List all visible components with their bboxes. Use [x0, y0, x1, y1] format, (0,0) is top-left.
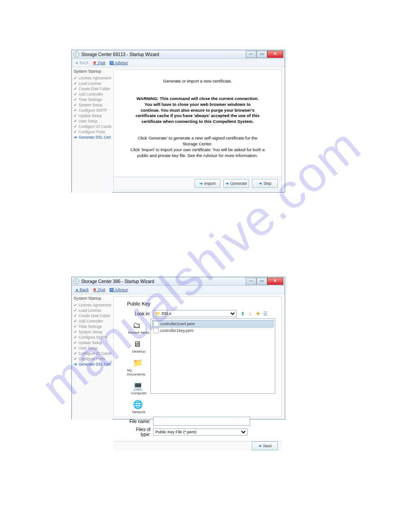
sidebar: System Startup ✔License Agreement✔Load L… [72, 294, 112, 420]
minimize-button[interactable]: — [246, 278, 256, 285]
close-button[interactable]: ✕ [267, 278, 283, 285]
maximize-button[interactable]: ▭ [256, 51, 267, 58]
close-button[interactable]: ✕ [267, 51, 283, 58]
check-icon: ✔ [74, 92, 77, 96]
sidebar-step: ✔Configure IO Cards [74, 351, 112, 356]
sidebar-step: ✔License Agreement [74, 302, 112, 308]
step-label: License Agreement [79, 76, 111, 80]
check-icon: ✔ [74, 130, 77, 134]
step-label: Add Controller [79, 319, 103, 323]
generate-button[interactable]: ➜Generate [223, 179, 249, 188]
titlebar[interactable]: C Storage Center 69113 - Startup Wizard … [72, 50, 285, 59]
sidebar-step: ✔Create Disk Folder [74, 313, 112, 318]
lookin-select[interactable]: 📁 SSLs [153, 310, 237, 317]
sidebar-header: System Startup [74, 69, 112, 74]
back-button[interactable]: ◄ Back [75, 288, 88, 292]
minimize-button[interactable]: — [246, 51, 256, 58]
check-icon: ✔ [74, 335, 77, 340]
list-view-icon[interactable]: ☰ [262, 310, 269, 317]
up-folder-icon[interactable]: ⬆ [239, 310, 246, 317]
button-bar: ➜Import ➜Generate ➜Skip [114, 177, 282, 190]
check-icon: ✔ [74, 97, 77, 102]
sidebar-step: ✔Update Setup [74, 113, 112, 118]
lookin-label: Look in: [127, 311, 153, 316]
file-item[interactable]: controller1cert.pem [152, 320, 273, 327]
step-label: Time Settings [79, 324, 102, 329]
content-heading: Generate or import a new certificate. [163, 78, 232, 83]
step-label: Generate SSL Cert [79, 135, 111, 140]
next-button[interactable]: ➜Next [252, 441, 278, 450]
place-label: Computer [131, 391, 146, 395]
places-item[interactable]: 🌐Network [132, 400, 145, 414]
filetype-select[interactable]: Public Key File (*.pem) [153, 428, 247, 436]
step-label: Update Setup [79, 340, 102, 345]
check-icon: ✔ [74, 324, 77, 329]
filename-input[interactable] [153, 417, 250, 426]
advisor-link[interactable]: ? Advisor [110, 61, 128, 65]
quit-link[interactable]: ✖ Quit [93, 61, 105, 65]
sidebar-step: ✔Update Setup [74, 340, 112, 345]
place-label: Desktop [132, 349, 145, 353]
places-bar: 🗂Recent Items🖥Desktop📁My Documents💻Compu… [127, 318, 150, 414]
toolbar: ◄ Back ✖ Quit ? Advisor [72, 59, 285, 67]
panel-title: Public Key [127, 301, 275, 306]
step-label: Time Settings [79, 97, 102, 102]
sidebar-step: ✔Add Controller [74, 92, 112, 97]
toolbar: ◄ Back ✖ Quit ? Advisor [72, 286, 285, 294]
skip-button[interactable]: ➜Skip [252, 179, 278, 188]
main-panel: Generate or import a new certificate. WA… [113, 69, 282, 190]
file-list[interactable]: controller1cert.pemcontroller1key.pem [150, 318, 275, 394]
import-button[interactable]: ➜Import [194, 179, 220, 188]
check-icon: ✔ [74, 346, 77, 350]
filename-label: File name: [127, 419, 153, 424]
sidebar-step: ✔Configure Ports [74, 356, 112, 362]
places-item[interactable]: 🗂Recent Items [128, 320, 149, 335]
place-icon: 💻 [133, 381, 145, 391]
arrow-icon: ➜ [258, 444, 262, 448]
step-label: Add Controller [79, 92, 103, 96]
window-ssl-cert: C Storage Center 69113 - Startup Wizard … [71, 50, 285, 192]
sidebar-header: System Startup [74, 296, 112, 301]
step-label: Configure IO Cards [79, 351, 111, 356]
check-icon: ✔ [74, 351, 77, 356]
places-item[interactable]: 🖥Desktop [132, 339, 145, 353]
places-item[interactable]: 💻Computer [131, 381, 146, 395]
file-icon [153, 328, 159, 333]
step-label: Generate SSL Cert [79, 362, 111, 366]
sidebar-step: ✔Load License [74, 81, 112, 86]
place-label: Recent Items [128, 331, 149, 335]
place-icon: 🌐 [133, 400, 145, 410]
place-icon: 🗂 [133, 320, 145, 330]
sidebar-step: ✔System Setup [74, 329, 112, 335]
file-item[interactable]: controller1key.pem [152, 327, 273, 334]
sidebar-step: ✔License Agreement [74, 75, 112, 81]
arrow-icon: ➜ [259, 181, 262, 186]
advisor-link[interactable]: ? Advisor [110, 288, 128, 292]
home-icon[interactable]: ⌂ [247, 310, 253, 317]
window-public-key: C Storage Center 386 - Startup Wizard — … [71, 277, 285, 419]
warning-text: WARNING: This command will close the cur… [135, 96, 260, 125]
quit-link[interactable]: ✖ Quit [93, 288, 105, 292]
step-label: Configure SMTP [79, 108, 107, 113]
step-label: Configure Ports [79, 130, 105, 134]
arrow-icon: ➜ [199, 181, 203, 186]
window-title: Storage Center 386 - Startup Wizard [81, 279, 154, 284]
sidebar-step: ✔Configure IO Cards [74, 124, 112, 129]
check-icon: ✔ [74, 340, 77, 345]
step-label: System Setup [79, 103, 102, 107]
filetype-label: Files of type: [127, 427, 153, 437]
titlebar[interactable]: C Storage Center 386 - Startup Wizard — … [72, 277, 285, 286]
window-title: Storage Center 69113 - Startup Wizard [81, 52, 159, 57]
place-label: My Documents [127, 368, 150, 376]
step-label: License Agreement [79, 303, 111, 307]
sidebar-step: ✔Create Disk Folder [74, 86, 112, 92]
sidebar-step: ✔User Setup [74, 118, 112, 124]
maximize-button[interactable]: ▭ [256, 278, 267, 285]
step-label: Configure SMTP [79, 335, 107, 340]
places-item[interactable]: 📁My Documents [127, 358, 150, 376]
step-label: User Setup [79, 119, 98, 123]
check-icon: ✔ [74, 124, 77, 129]
check-icon: ✔ [74, 330, 77, 334]
new-folder-icon[interactable]: ✚ [255, 310, 261, 317]
arrow-icon: ➜ [225, 181, 229, 186]
